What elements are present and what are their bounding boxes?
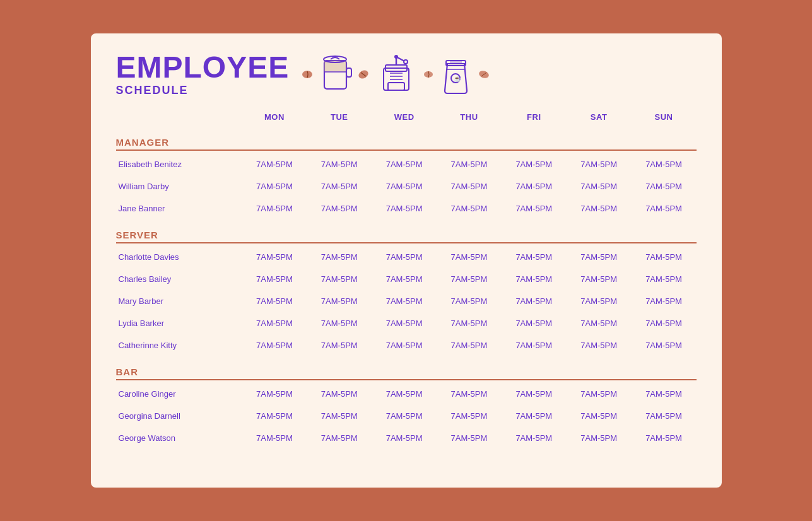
table-row: George Watson7AM-5PM7AM-5PM7AM-5PM7AM-5P… [116, 427, 697, 449]
schedule-cell: 7AM-5PM [502, 268, 567, 290]
column-header-row: MON TUE WED THU FRI SAT SUN [116, 108, 697, 127]
employee-name: Caroline Ginger [116, 383, 242, 405]
schedule-table: MON TUE WED THU FRI SAT SUN MANAGERElisa… [116, 108, 697, 449]
svg-rect-4 [346, 68, 351, 77]
schedule-cell: 7AM-5PM [437, 405, 502, 427]
schedule-cell: 7AM-5PM [372, 427, 437, 449]
schedule-cell: 7AM-5PM [307, 334, 372, 356]
schedule-cell: 7AM-5PM [632, 290, 697, 312]
section-row-bar: BAR [116, 356, 697, 383]
schedule-cell: 7AM-5PM [437, 175, 502, 197]
col-fri: FRI [502, 108, 567, 127]
schedule-cell: 7AM-5PM [372, 383, 437, 405]
coffee-bean-icon-4 [478, 70, 490, 79]
schedule-cell: 7AM-5PM [437, 383, 502, 405]
schedule-cell: 7AM-5PM [632, 175, 697, 197]
schedule-cell: 7AM-5PM [242, 334, 307, 356]
schedule-cell: 7AM-5PM [632, 312, 697, 334]
schedule-cell: 7AM-5PM [437, 197, 502, 220]
schedule-cell: 7AM-5PM [567, 405, 632, 427]
schedule-cell: 7AM-5PM [567, 153, 632, 175]
table-row: Elisabeth Benitez7AM-5PM7AM-5PM7AM-5PM7A… [116, 153, 697, 175]
schedule-cell: 7AM-5PM [632, 427, 697, 449]
employee-name: Elisabeth Benitez [116, 153, 242, 175]
svg-rect-8 [388, 83, 404, 90]
schedule-cell: 7AM-5PM [632, 383, 697, 405]
schedule-cell: 7AM-5PM [242, 246, 307, 268]
employee-name: Jane Banner [116, 197, 242, 220]
schedule-cell: 7AM-5PM [502, 405, 567, 427]
schedule-cell: 7AM-5PM [307, 197, 372, 220]
coffee-grinder-icon [374, 52, 418, 97]
svg-rect-19 [450, 61, 462, 64]
schedule-cell: 7AM-5PM [632, 153, 697, 175]
schedule-cell: 7AM-5PM [307, 383, 372, 405]
table-row: Georgina Darnell7AM-5PM7AM-5PM7AM-5PM7AM… [116, 405, 697, 427]
schedule-cell: 7AM-5PM [372, 175, 437, 197]
schedule-cell: 7AM-5PM [567, 427, 632, 449]
header: EMPLOYEE SCHEDULE [116, 52, 697, 97]
col-wed: WED [372, 108, 437, 127]
schedule-cell: 7AM-5PM [437, 427, 502, 449]
employee-name: George Watson [116, 427, 242, 449]
col-name [116, 108, 242, 127]
schedule-cell: 7AM-5PM [567, 268, 632, 290]
section-label-server: SERVER [116, 230, 697, 243]
schedule-cell: 7AM-5PM [242, 290, 307, 312]
schedule-cell: 7AM-5PM [242, 268, 307, 290]
schedule-cell: 7AM-5PM [372, 312, 437, 334]
table-row: Charles Bailey7AM-5PM7AM-5PM7AM-5PM7AM-5… [116, 268, 697, 290]
schedule-card: EMPLOYEE SCHEDULE [91, 33, 722, 488]
employee-name: Catherinne Kitty [116, 334, 242, 356]
schedule-cell: 7AM-5PM [307, 312, 372, 334]
schedule-cell: 7AM-5PM [372, 290, 437, 312]
svg-line-12 [396, 57, 404, 61]
employee-name: Georgina Darnell [116, 405, 242, 427]
schedule-cell: 7AM-5PM [307, 268, 372, 290]
section-row-manager: MANAGER [116, 127, 697, 153]
schedule-cell: 7AM-5PM [307, 290, 372, 312]
schedule-cell: 7AM-5PM [372, 268, 437, 290]
schedule-cell: 7AM-5PM [502, 383, 567, 405]
schedule-cell: 7AM-5PM [632, 268, 697, 290]
col-mon: MON [242, 108, 307, 127]
schedule-cell: 7AM-5PM [567, 246, 632, 268]
schedule-cell: 7AM-5PM [372, 153, 437, 175]
schedule-cell: 7AM-5PM [242, 312, 307, 334]
title-block: EMPLOYEE SCHEDULE [116, 52, 290, 97]
schedule-cell: 7AM-5PM [437, 312, 502, 334]
schedule-cell: 7AM-5PM [632, 334, 697, 356]
schedule-cell: 7AM-5PM [502, 427, 567, 449]
employee-name: William Darby [116, 175, 242, 197]
table-row: Catherinne Kitty7AM-5PM7AM-5PM7AM-5PM7AM… [116, 334, 697, 356]
schedule-cell: 7AM-5PM [242, 383, 307, 405]
col-thu: THU [437, 108, 502, 127]
schedule-cell: 7AM-5PM [567, 197, 632, 220]
schedule-cell: 7AM-5PM [307, 427, 372, 449]
schedule-cell: 7AM-5PM [307, 175, 372, 197]
table-row: Jane Banner7AM-5PM7AM-5PM7AM-5PM7AM-5PM7… [116, 197, 697, 220]
table-row: Caroline Ginger7AM-5PM7AM-5PM7AM-5PM7AM-… [116, 383, 697, 405]
schedule-cell: 7AM-5PM [437, 334, 502, 356]
employee-name: Charles Bailey [116, 268, 242, 290]
employee-name: Mary Barber [116, 290, 242, 312]
schedule-cell: 7AM-5PM [372, 405, 437, 427]
svg-point-13 [404, 60, 408, 64]
section-row-server: SERVER [116, 220, 697, 246]
schedule-cell: 7AM-5PM [502, 334, 567, 356]
takeaway-cup-icon: ☕ [438, 54, 473, 95]
employee-name: Charlotte Davies [116, 246, 242, 268]
section-label-manager: MANAGER [116, 137, 697, 151]
schedule-cell: 7AM-5PM [437, 290, 502, 312]
schedule-cell: 7AM-5PM [502, 290, 567, 312]
title-employee: EMPLOYEE [116, 52, 290, 83]
schedule-cell: 7AM-5PM [372, 334, 437, 356]
table-row: Charlotte Davies7AM-5PM7AM-5PM7AM-5PM7AM… [116, 246, 697, 268]
schedule-cell: 7AM-5PM [502, 153, 567, 175]
schedule-cell: 7AM-5PM [632, 405, 697, 427]
svg-text:☕: ☕ [454, 75, 461, 83]
schedule-cell: 7AM-5PM [242, 175, 307, 197]
schedule-cell: 7AM-5PM [502, 197, 567, 220]
col-sun: SUN [632, 108, 697, 127]
schedule-cell: 7AM-5PM [242, 197, 307, 220]
